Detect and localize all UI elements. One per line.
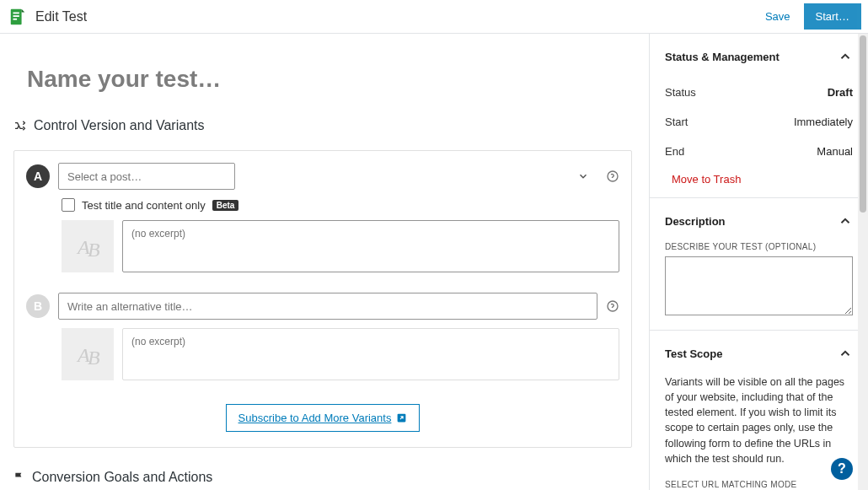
status-value: Draft: [828, 86, 853, 99]
svg-rect-1: [13, 12, 19, 13]
title-content-only-row: Test title and content only Beta: [26, 198, 619, 212]
variant-b-title-input[interactable]: [58, 293, 597, 320]
chevron-up-icon: [838, 49, 853, 64]
description-toggle[interactable]: Description: [665, 210, 853, 232]
app-icon: [8, 8, 27, 26]
test-scope-toggle[interactable]: Test Scope: [665, 342, 853, 364]
url-matching-mode-label: SELECT URL MATCHING MODE: [665, 480, 853, 489]
help-icon[interactable]: [606, 299, 619, 313]
end-row: End Manual: [665, 137, 853, 166]
chevron-up-icon: [838, 346, 853, 361]
start-row: Start Immediately: [665, 107, 853, 137]
top-bar-right: Save Start…: [757, 3, 861, 30]
start-value[interactable]: Immediately: [794, 116, 853, 128]
variants-card: A Test title and content only Beta: [13, 150, 632, 448]
title-content-only-checkbox[interactable]: [62, 198, 75, 212]
section-variants-title: Control Version and Variants: [34, 118, 204, 133]
title-content-only-label: Test title and content only: [82, 199, 206, 212]
status-management-title: Status & Management: [665, 51, 780, 63]
beta-badge: Beta: [212, 200, 239, 211]
description-field-label: DESCRIBE YOUR TEST (OPTIONAL): [665, 242, 853, 251]
status-management-panel: Status & Management Status Draft Start I…: [650, 34, 868, 198]
variant-a-excerpt[interactable]: [122, 220, 619, 272]
section-variants-heading: Control Version and Variants: [13, 118, 632, 133]
shuffle-icon: [13, 119, 27, 132]
variant-a-excerpt-row: AB: [26, 220, 619, 272]
top-bar: Edit Test Save Start…: [0, 0, 868, 34]
help-fab-button[interactable]: ?: [831, 458, 853, 480]
description-textarea[interactable]: [665, 256, 853, 315]
end-label: End: [665, 145, 684, 158]
chevron-up-icon: [838, 213, 853, 229]
subscribe-add-variants-button[interactable]: Subscribe to Add More Variants: [226, 404, 421, 432]
variant-b-excerpt[interactable]: [122, 328, 619, 380]
svg-text:B: B: [88, 347, 100, 369]
end-value[interactable]: Manual: [817, 145, 853, 158]
description-title: Description: [665, 215, 726, 228]
test-name-input[interactable]: [13, 59, 632, 118]
status-row: Status Draft: [665, 78, 853, 107]
external-link-icon: [396, 412, 407, 423]
sidebar: Status & Management Status Draft Start I…: [649, 34, 868, 490]
description-panel: Description DESCRIBE YOUR TEST (OPTIONAL…: [650, 198, 868, 331]
status-label: Status: [665, 86, 696, 99]
scrollbar-thumb[interactable]: [860, 35, 866, 213]
svg-rect-3: [13, 18, 18, 19]
select-post-dropdown[interactable]: [58, 163, 235, 190]
scrollbar-track[interactable]: [858, 34, 868, 490]
save-button[interactable]: Save: [757, 5, 799, 28]
top-bar-left: Edit Test: [0, 8, 87, 26]
chevron-down-icon: [577, 170, 589, 182]
flag-icon: [13, 471, 25, 483]
variant-b-badge: B: [26, 294, 50, 318]
subscribe-label: Subscribe to Add More Variants: [238, 412, 392, 424]
start-button[interactable]: Start…: [804, 3, 861, 30]
svg-text:B: B: [88, 239, 100, 261]
variant-a-badge: A: [26, 164, 50, 188]
move-to-trash-button[interactable]: Move to Trash: [665, 166, 741, 186]
section-goals-heading: Conversion Goals and Actions: [13, 470, 632, 485]
variant-a-thumbnail[interactable]: AB: [62, 220, 114, 272]
status-management-toggle[interactable]: Status & Management: [665, 46, 853, 67]
svg-rect-2: [13, 15, 19, 17]
section-goals-title: Conversion Goals and Actions: [32, 470, 212, 485]
variant-b-thumbnail[interactable]: AB: [62, 328, 114, 380]
variant-b-excerpt-row: AB: [26, 328, 619, 380]
start-label: Start: [665, 116, 688, 128]
main-area: Control Version and Variants A Test titl…: [0, 34, 649, 490]
page-title: Edit Test: [35, 9, 87, 24]
variant-a-row: A: [26, 163, 619, 190]
test-scope-description: Variants will be visible on all the page…: [665, 374, 853, 466]
variant-b-row: B: [26, 293, 619, 320]
help-icon[interactable]: [606, 170, 619, 183]
test-scope-title: Test Scope: [665, 347, 722, 360]
